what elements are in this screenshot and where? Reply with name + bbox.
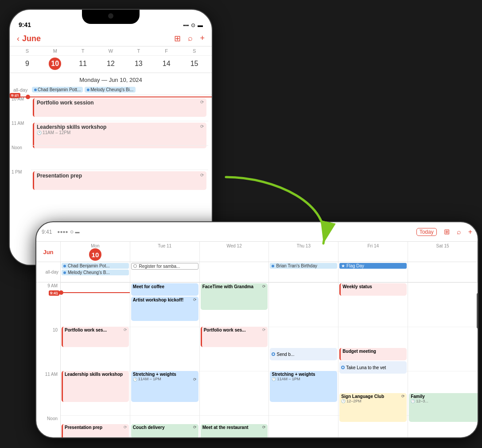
sync-icon: ⟳ bbox=[200, 100, 204, 104]
phone2-header-actions: Today ⊞ ⌕ + bbox=[416, 228, 472, 236]
day-name-sat: Sat 15 bbox=[410, 243, 475, 248]
side-button[interactable] bbox=[477, 293, 478, 328]
allday-flagday[interactable]: ★ Flag Day bbox=[339, 263, 407, 269]
date-11[interactable]: 11 bbox=[77, 58, 89, 70]
date-10-badge: 10 bbox=[89, 248, 101, 261]
allday-label: all-day bbox=[13, 87, 29, 93]
date-10-today[interactable]: 10 bbox=[49, 58, 61, 70]
hour-line bbox=[200, 415, 269, 416]
search-icon[interactable]: ⌕ bbox=[188, 34, 193, 43]
col-fri: Weekly status Budget meeting Take Luna t… bbox=[338, 282, 408, 437]
day-label-fri: F bbox=[152, 48, 180, 54]
col-header-fri[interactable]: Fri 14 bbox=[338, 242, 408, 262]
col-tue: Meet for coffee Artist workshop kickoff!… bbox=[130, 282, 200, 437]
event-time: 12–3... bbox=[416, 399, 428, 404]
allday-samba[interactable]: Register for samba... bbox=[131, 263, 198, 270]
col-header-tue[interactable]: Tue 11 bbox=[130, 242, 200, 262]
date-12[interactable]: 12 bbox=[105, 58, 117, 70]
today-button[interactable]: Today bbox=[416, 228, 437, 236]
hour-line bbox=[408, 371, 478, 371]
event-leadership[interactable]: Leadership skills workshop ⟳ 🕐 11AM – 12… bbox=[33, 123, 206, 148]
now-dot bbox=[59, 290, 63, 295]
allday-melody[interactable]: Melody Cheung's B... bbox=[62, 270, 129, 275]
hour-line bbox=[130, 327, 199, 327]
col-mon: Portfolio work ses... ⟳ Leadership skill… bbox=[61, 282, 130, 437]
col-header-mon[interactable]: Mon 10 bbox=[61, 242, 130, 262]
event-title: FaceTime with Grandma bbox=[202, 284, 253, 290]
event-meet-restaurant[interactable]: Meet at the restaurant ⟳ bbox=[201, 424, 268, 437]
event-weekly-status[interactable]: Weekly status bbox=[339, 283, 407, 296]
col-header-thu[interactable]: Thu 13 bbox=[269, 242, 338, 262]
event-luna-vet[interactable]: Take Luna to the vet bbox=[339, 361, 407, 374]
hour-line bbox=[31, 121, 208, 121]
clock-icon: 🕐 bbox=[341, 399, 346, 403]
day-label-thu: T bbox=[124, 48, 152, 54]
sync-icon: ⟳ bbox=[124, 328, 127, 333]
add-event-icon[interactable]: + bbox=[200, 34, 205, 43]
event-pres-prep-mon[interactable]: Presentation prep ⟳ bbox=[62, 424, 129, 437]
col-header-wed[interactable]: Wed 12 bbox=[200, 242, 269, 262]
allday-event-chad[interactable]: Chad Benjamin Pott... bbox=[32, 87, 83, 93]
event-label: Flag Day bbox=[346, 263, 364, 268]
phone1-camera bbox=[108, 13, 113, 19]
col-header-sat[interactable]: Sat 15 bbox=[408, 242, 478, 262]
time-scroll-area[interactable]: 9 AM 9:41 10 11 AM Noon 1 PM 2 PM bbox=[36, 282, 478, 437]
time-label-11am: 11 AM bbox=[45, 372, 58, 377]
hour-line bbox=[338, 282, 408, 283]
date-14[interactable]: 14 bbox=[160, 58, 173, 70]
jun-label: Jun bbox=[43, 249, 53, 255]
event-portfolio-wed[interactable]: Portfolio work ses... ⟳ bbox=[201, 327, 268, 347]
event-budget-meeting[interactable]: Budget meeting bbox=[339, 348, 407, 360]
back-chevron-icon[interactable]: ‹ bbox=[17, 34, 19, 43]
event-stretching-thu[interactable]: Stretching + weights 🕐 11AM – 1PM bbox=[270, 371, 337, 402]
allday-chad[interactable]: Chad Benjamin Pot... bbox=[62, 263, 129, 269]
grid-view-icon-p2[interactable]: ⊞ bbox=[444, 228, 450, 236]
status-icons-p2: ●●●● ⊙ ▬ bbox=[57, 229, 79, 234]
now-indicator-line bbox=[10, 97, 212, 97]
event-title: Stretching + weights bbox=[272, 372, 315, 377]
event-title: Weekly status bbox=[342, 284, 372, 289]
event-leadership-mon[interactable]: Leadership skills workshop bbox=[62, 371, 129, 402]
grid-view-icon[interactable]: ⊞ bbox=[174, 34, 181, 43]
wifi-icon: ⊙ bbox=[191, 22, 195, 28]
event-meet-coffee[interactable]: Meet for coffee bbox=[131, 283, 198, 296]
day-label-tue: T bbox=[69, 48, 97, 54]
event-portfolio-work[interactable]: Portfolio work session ⟳ bbox=[33, 98, 206, 117]
event-label: Brian Tran's Birthday bbox=[276, 263, 317, 268]
event-title: Portfolio work ses... bbox=[65, 328, 107, 333]
event-couch-delivery[interactable]: Couch delivery ⟳ bbox=[131, 424, 198, 437]
time-labels-col: 9 AM 9:41 10 11 AM Noon 1 PM 2 PM bbox=[36, 282, 61, 437]
allday-mon: Chad Benjamin Pot... Melody Cheung's B..… bbox=[61, 262, 130, 282]
allday-label-p2: all-day bbox=[36, 262, 61, 282]
event-title: Portfolio work session bbox=[37, 100, 94, 106]
allday-event-melody[interactable]: Melody Cheung's Bi... bbox=[85, 87, 136, 93]
month-label[interactable]: June bbox=[22, 34, 41, 43]
col-sat: Family 🕐 12–3... bbox=[408, 282, 478, 437]
event-family[interactable]: Family 🕐 12–3... bbox=[409, 393, 478, 422]
date-9[interactable]: 9 bbox=[21, 58, 33, 70]
search-icon-p2[interactable]: ⌕ bbox=[457, 228, 461, 236]
add-event-icon-p2[interactable]: + bbox=[468, 228, 472, 236]
event-presentation-prep[interactable]: Presentation prep ⟳ bbox=[33, 171, 206, 190]
time-label-noon: Noon bbox=[47, 416, 58, 421]
event-title: Leadership skills workshop bbox=[65, 372, 123, 377]
day-label-mon: M bbox=[41, 48, 69, 54]
battery-icon-p2: ▬ bbox=[75, 229, 80, 234]
event-send-thu[interactable]: Send b... bbox=[270, 348, 337, 360]
event-stretching-tue[interactable]: Stretching + weights 🕐 11AM – 1PM ⟳ bbox=[131, 371, 198, 402]
event-portfolio-mon[interactable]: Portfolio work ses... ⟳ bbox=[62, 327, 129, 347]
event-title: Presentation prep bbox=[65, 425, 102, 430]
event-title: Leadership skills workshop bbox=[37, 124, 106, 130]
date-13[interactable]: 13 bbox=[132, 58, 145, 70]
hour-line bbox=[200, 371, 269, 371]
event-sign-language[interactable]: Sign Language Club ⟳ 🕐 12–2PM bbox=[339, 393, 407, 422]
allday-fri: ★ Flag Day bbox=[338, 262, 408, 282]
event-artist-workshop[interactable]: Artist workshop kickoff! ⟳ bbox=[131, 297, 198, 321]
allday-brian[interactable]: Brian Tran's Birthday bbox=[270, 263, 337, 269]
event-title: Family bbox=[411, 394, 425, 399]
date-15[interactable]: 15 bbox=[188, 58, 201, 70]
hour-line bbox=[338, 327, 408, 327]
time-noon: Noon bbox=[12, 145, 22, 150]
phone2-calendar-app: 9:41 ●●●● ⊙ ▬ Today ⊞ ⌕ + Jun bbox=[36, 222, 478, 437]
event-facetime[interactable]: FaceTime with Grandma ⟳ bbox=[201, 283, 268, 310]
